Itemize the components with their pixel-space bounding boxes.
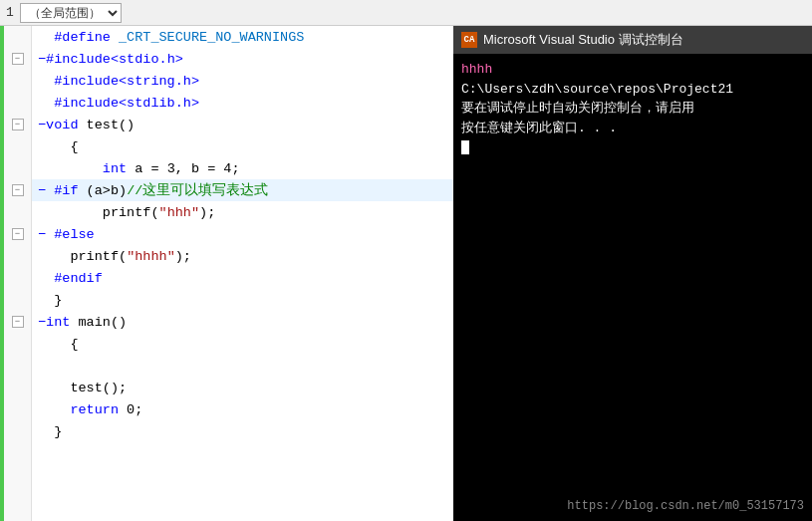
code-line: int a = 3, b = 4;	[32, 157, 453, 179]
preprocessor: #endif	[54, 271, 103, 286]
debug-title-bar: CA Microsoft Visual Studio 调试控制台	[453, 26, 812, 54]
code-content: − − − −	[0, 26, 453, 521]
keyword: #define	[38, 30, 119, 45]
debug-icon-label: CA	[464, 35, 475, 45]
indent	[38, 205, 103, 220]
keyword-return: return	[70, 402, 119, 417]
punc: );	[175, 249, 191, 264]
code-text: a = 3, b = 4;	[127, 161, 239, 176]
debug-cursor	[461, 140, 469, 154]
indent	[38, 402, 70, 417]
gutter-row[interactable]: −	[4, 311, 31, 333]
include-path: <stdlib.h>	[119, 96, 199, 111]
gutter-row	[4, 267, 31, 289]
gutter-row	[4, 70, 31, 92]
code-line: −#include<stdio.h>	[32, 48, 453, 70]
func-call: test();	[70, 381, 127, 395]
gutter-row	[4, 333, 31, 355]
gutter-row	[4, 245, 31, 267]
gutter-row	[4, 26, 31, 48]
string: "hhhh"	[127, 249, 175, 264]
gutter-row	[4, 289, 31, 311]
preprocessor: −	[38, 315, 46, 330]
fold-gutter: − − − −	[4, 26, 32, 521]
indent	[38, 139, 70, 154]
comment: //这里可以填写表达式	[127, 181, 268, 199]
code-line	[32, 355, 453, 377]
indent	[38, 249, 70, 264]
gutter-row[interactable]: −	[4, 223, 31, 245]
debug-line-msg1: 要在调试停止时自动关闭控制台，请启用	[461, 99, 804, 119]
punc: );	[199, 205, 215, 220]
code-line: #define _CRT_SECURE_NO_WARNINGS	[32, 26, 453, 48]
indent	[38, 293, 54, 308]
debug-panel: CA Microsoft Visual Studio 调试控制台 hhhh C:…	[453, 26, 812, 521]
string: "hhh"	[159, 205, 200, 220]
indent	[38, 74, 54, 89]
debug-icon: CA	[461, 32, 477, 48]
func-name: main()	[79, 315, 128, 330]
keyword: int	[46, 315, 78, 330]
preprocessor: − #else	[38, 227, 95, 242]
debug-title-text: Microsoft Visual Studio 调试控制台	[483, 31, 683, 49]
line-number-display: 1	[6, 5, 14, 20]
debug-line-output: hhhh	[461, 60, 804, 80]
debug-url: https://blog.csdn.net/m0_53157173	[567, 499, 804, 513]
gutter-row	[4, 377, 31, 398]
gutter-row	[4, 355, 31, 377]
gutter-row[interactable]: −	[4, 48, 31, 70]
debug-line-path: C:\Users\zdh\source\repos\Project21	[461, 80, 804, 100]
indent	[38, 161, 103, 176]
code-line-highlighted: − #if (a>b)//这里可以填写表达式	[32, 179, 453, 201]
code-line: −int main()	[32, 311, 453, 333]
brace: }	[54, 293, 62, 308]
indent	[38, 337, 70, 352]
code-line: test();	[32, 377, 453, 398]
gutter-row	[4, 135, 31, 157]
scope-selector[interactable]: （全局范围）	[20, 3, 122, 23]
preprocessor: #include	[54, 96, 119, 111]
keyword: −void	[38, 118, 87, 132]
top-bar: 1 （全局范围）	[0, 0, 812, 26]
gutter-row	[4, 398, 31, 420]
fold-button[interactable]: −	[12, 184, 24, 196]
indent	[38, 271, 54, 286]
code-line: return 0;	[32, 398, 453, 420]
fold-button[interactable]: −	[12, 228, 24, 240]
define-name: _CRT_SECURE_NO_WARNINGS	[119, 30, 304, 45]
code-line: − #else	[32, 223, 453, 245]
preprocessor: −#include	[38, 52, 111, 67]
debug-line-msg2: 按任意键关闭此窗口. . .	[461, 119, 804, 138]
code-line: {	[32, 135, 453, 157]
brace: }	[54, 424, 62, 439]
gutter-row[interactable]: −	[4, 114, 31, 135]
code-line: #endif	[32, 267, 453, 289]
code-line: printf("hhhh");	[32, 245, 453, 267]
code-line: }	[32, 289, 453, 311]
code-lines[interactable]: #define _CRT_SECURE_NO_WARNINGS −#includ…	[32, 26, 453, 521]
fold-button[interactable]: −	[12, 53, 24, 65]
indent	[38, 96, 54, 111]
preprocessor: − #if	[38, 183, 87, 198]
return-val: 0;	[119, 402, 142, 417]
if-cond: (a>b)	[87, 183, 128, 198]
gutter-row	[4, 157, 31, 179]
brace: {	[70, 337, 78, 352]
indent	[38, 381, 70, 395]
gutter-row[interactable]: −	[4, 179, 31, 201]
code-line: printf("hhh");	[32, 201, 453, 223]
gutter-row	[4, 420, 31, 442]
debug-content: hhhh C:\Users\zdh\source\repos\Project21…	[453, 54, 812, 521]
fold-button[interactable]: −	[12, 316, 24, 328]
indent	[38, 424, 54, 439]
fold-button[interactable]: −	[12, 119, 24, 130]
gutter-row	[4, 92, 31, 114]
gutter-row	[4, 201, 31, 223]
main-area: − − − −	[0, 26, 812, 521]
code-line: {	[32, 333, 453, 355]
code-line: #include<string.h>	[32, 70, 453, 92]
debug-cursor-line	[461, 137, 804, 157]
code-editor: − − − −	[0, 26, 453, 521]
code-line: #include<stdlib.h>	[32, 92, 453, 114]
func-call: printf(	[103, 205, 159, 220]
